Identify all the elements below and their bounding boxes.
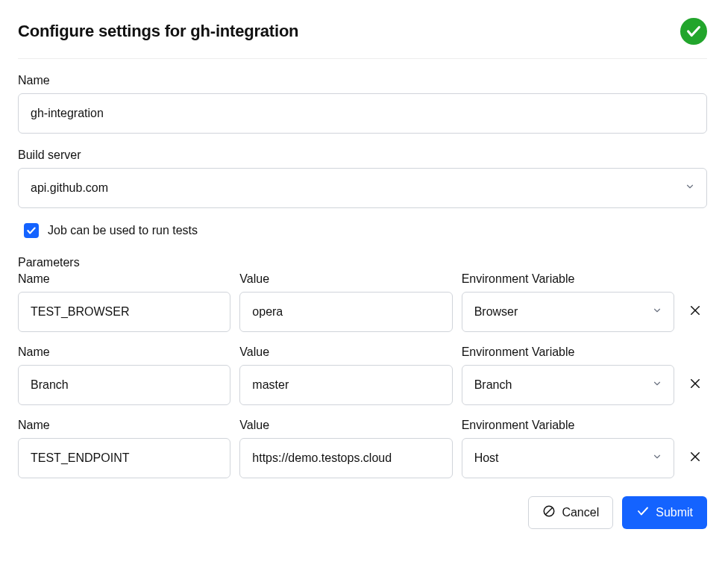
param-name-label: Name (18, 419, 230, 432)
param-env-label: Environment Variable (462, 272, 674, 286)
build-server-field-group: Build server api.github.com (18, 148, 707, 208)
job-checkbox[interactable] (24, 223, 39, 238)
success-icon (680, 18, 707, 45)
dialog-footer: Cancel Submit (18, 496, 707, 529)
remove-param-button[interactable] (683, 438, 707, 478)
build-server-select[interactable]: api.github.com (18, 168, 707, 208)
build-server-label: Build server (18, 148, 707, 162)
param-env-select[interactable]: Browser (462, 292, 674, 332)
remove-param-button[interactable] (683, 365, 707, 405)
param-name-input[interactable] (18, 365, 230, 405)
param-value-label: Value (239, 419, 452, 432)
param-value-input[interactable] (239, 292, 452, 332)
param-value-label: Value (239, 345, 452, 359)
param-row: Name Value Environment Variable Branch (18, 345, 707, 405)
param-row: Name Value Environment Variable Browser (18, 272, 707, 332)
param-name-label: Name (18, 345, 230, 359)
submit-button-label: Submit (656, 506, 693, 519)
close-icon (688, 450, 702, 467)
param-env-label: Environment Variable (462, 345, 674, 359)
param-name-label: Name (18, 272, 230, 286)
cancel-button-label: Cancel (562, 506, 599, 519)
close-icon (688, 377, 702, 394)
dialog-header: Configure settings for gh-integration (18, 18, 707, 59)
submit-button[interactable]: Submit (622, 496, 707, 529)
name-label: Name (18, 74, 707, 87)
check-icon (636, 504, 650, 521)
param-name-input[interactable] (18, 292, 230, 332)
job-checkbox-label: Job can be used to run tests (48, 224, 198, 237)
param-env-select[interactable]: Branch (462, 365, 674, 405)
name-field-group: Name (18, 74, 707, 134)
param-value-input[interactable] (239, 438, 452, 478)
param-env-label: Environment Variable (462, 419, 674, 432)
cancel-button[interactable]: Cancel (528, 496, 613, 529)
remove-param-button[interactable] (683, 292, 707, 332)
close-icon (688, 304, 702, 321)
job-checkbox-row: Job can be used to run tests (24, 223, 707, 238)
param-env-select[interactable]: Host (462, 438, 674, 478)
svg-line-7 (546, 508, 553, 515)
cancel-icon (542, 504, 556, 521)
param-value-input[interactable] (239, 365, 452, 405)
parameters-section-label: Parameters (18, 256, 707, 269)
param-value-label: Value (239, 272, 452, 286)
name-input[interactable] (18, 93, 707, 134)
page-title: Configure settings for gh-integration (18, 22, 298, 41)
param-row: Name Value Environment Variable Host (18, 419, 707, 478)
param-name-input[interactable] (18, 438, 230, 478)
